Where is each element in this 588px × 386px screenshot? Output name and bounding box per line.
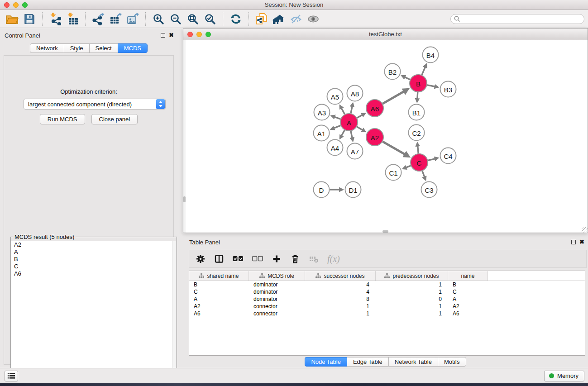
criterion-select[interactable]: largest connected component (directed): [24, 99, 166, 110]
tab-select[interactable]: Select: [89, 43, 118, 53]
column-header-mcds-role[interactable]: MCDS role: [249, 271, 305, 281]
node-label-B2: B2: [388, 68, 397, 76]
export-table-button[interactable]: [107, 11, 124, 27]
edge-A-A6[interactable]: [357, 114, 365, 118]
column-header-successor-nodes[interactable]: successor nodes: [305, 271, 376, 281]
window-resize-grip[interactable]: [582, 227, 588, 233]
edge-A-A2[interactable]: [357, 127, 365, 132]
edge-B-B4[interactable]: [422, 64, 426, 75]
table-cell: 1: [376, 281, 448, 288]
tab-network[interactable]: Network: [30, 43, 64, 53]
canvas-hscroll-thumb[interactable]: [382, 230, 388, 233]
delete-columns-icon: [291, 254, 299, 263]
home-icon: [272, 14, 286, 24]
unselect-all-columns-button[interactable]: [252, 253, 263, 264]
node-label-A2: A2: [371, 134, 379, 142]
node-label-B: B: [416, 80, 421, 88]
memory-label: Memory: [557, 372, 578, 379]
column-header-predecessor-nodes[interactable]: predecessor nodes: [376, 271, 448, 281]
edge-A-A7[interactable]: [351, 131, 353, 141]
canvas-vscroll-thumb[interactable]: [183, 196, 186, 202]
column-layout-button[interactable]: [214, 253, 224, 264]
table-row[interactable]: Adominator80A: [189, 295, 585, 303]
export-network-button[interactable]: [90, 11, 107, 27]
mcds-result-item[interactable]: B: [11, 256, 176, 263]
tab-mcds[interactable]: MCDS: [118, 43, 148, 53]
table-float-panel-icon[interactable]: [571, 240, 576, 244]
select-all-columns-button[interactable]: [233, 253, 244, 264]
float-panel-icon[interactable]: [161, 33, 165, 38]
mcds-result-box: MCDS result (5 nodes) A2ABCA6: [10, 237, 177, 386]
mcds-result-item[interactable]: A6: [11, 270, 176, 277]
mcds-result-item[interactable]: A2: [11, 241, 176, 248]
apply-layout-button[interactable]: [227, 11, 244, 27]
close-panel-icon[interactable]: ✖: [169, 33, 174, 38]
show-graphics-details-button[interactable]: [305, 11, 322, 27]
mcds-result-list: A2ABCA6: [11, 241, 176, 386]
table-close-panel-icon[interactable]: ✖: [579, 240, 584, 244]
edge-C-C3[interactable]: [422, 171, 425, 180]
search-input[interactable]: [450, 14, 584, 24]
network-canvas[interactable]: B4B2BB3A8A5A6A3B1AC2A1A2A4A7C4CC1C3DD1: [183, 40, 588, 233]
edge-B-B3[interactable]: [427, 85, 438, 87]
tab-style[interactable]: Style: [64, 43, 90, 53]
table-cell: connector: [249, 310, 305, 317]
column-header-name[interactable]: name: [448, 271, 488, 281]
column-header-shared-name[interactable]: shared name: [189, 271, 249, 281]
tab-motifs[interactable]: Motifs: [438, 357, 466, 367]
zoom-out-button[interactable]: [167, 11, 184, 27]
table-row[interactable]: A6connector11A6: [189, 310, 585, 317]
hide-graphics-details-icon: [290, 14, 302, 24]
result-scrollbar[interactable]: [172, 241, 176, 386]
delete-table-icon: [309, 255, 318, 263]
edge-A-A5[interactable]: [340, 105, 344, 114]
network-window-title: testGlobe.txt: [183, 31, 588, 38]
edge-A-A8[interactable]: [351, 104, 353, 114]
table-row[interactable]: Cdominator41C: [189, 288, 585, 295]
network-from-selection-button[interactable]: [253, 11, 270, 27]
tab-network-table[interactable]: Network Table: [388, 357, 438, 367]
edge-C-C4[interactable]: [428, 158, 438, 160]
table-cell: A: [189, 295, 249, 303]
edge-A6-B[interactable]: [382, 89, 408, 104]
tab-node-table[interactable]: Node Table: [305, 357, 347, 367]
edge-B-B1[interactable]: [417, 92, 417, 102]
table-row[interactable]: A2connector11A2: [189, 303, 585, 310]
memory-button[interactable]: Memory: [544, 371, 584, 381]
mcds-result-item[interactable]: C: [11, 263, 176, 270]
hide-graphics-details-button[interactable]: [287, 11, 305, 27]
import-table-button[interactable]: [64, 11, 81, 27]
tab-edge-table[interactable]: Edge Table: [347, 357, 389, 367]
edge-A-A1[interactable]: [331, 125, 341, 129]
node-label-A: A: [347, 119, 351, 127]
toolbar-separator: [85, 12, 86, 26]
table-cell: 1: [376, 310, 448, 317]
edge-C-C2[interactable]: [417, 143, 418, 153]
zoom-fit-button[interactable]: [184, 11, 201, 27]
close-panel-button[interactable]: Close panel: [91, 114, 138, 124]
table-cell: 1: [376, 288, 448, 295]
edge-B-B2[interactable]: [402, 76, 410, 80]
run-mcds-button[interactable]: Run MCDS: [40, 114, 85, 124]
open-session-button[interactable]: [4, 11, 21, 27]
task-history-button[interactable]: [5, 371, 18, 381]
edge-A2-C[interactable]: [382, 142, 409, 157]
main-toolbar: [0, 10, 588, 28]
zoom-in-button[interactable]: [150, 11, 167, 27]
add-column-button[interactable]: [272, 253, 282, 264]
mcds-result-item[interactable]: A: [11, 248, 176, 256]
export-image-button[interactable]: [124, 11, 141, 27]
home-button[interactable]: [270, 11, 287, 27]
save-session-button[interactable]: [21, 11, 38, 27]
import-network-button[interactable]: [47, 11, 64, 27]
network-window-titlebar[interactable]: testGlobe.txt: [183, 29, 588, 40]
edge-A-A4[interactable]: [340, 130, 344, 138]
edge-A-A3[interactable]: [332, 116, 340, 119]
delete-columns-button[interactable]: [290, 253, 300, 264]
table-cell: 8: [305, 295, 376, 303]
edge-C-C1[interactable]: [403, 166, 411, 168]
table-settings-button[interactable]: [196, 253, 206, 264]
export-image-icon: [126, 13, 139, 25]
table-row[interactable]: Bdominator41B: [189, 281, 585, 288]
zoom-selected-button[interactable]: [201, 11, 219, 27]
